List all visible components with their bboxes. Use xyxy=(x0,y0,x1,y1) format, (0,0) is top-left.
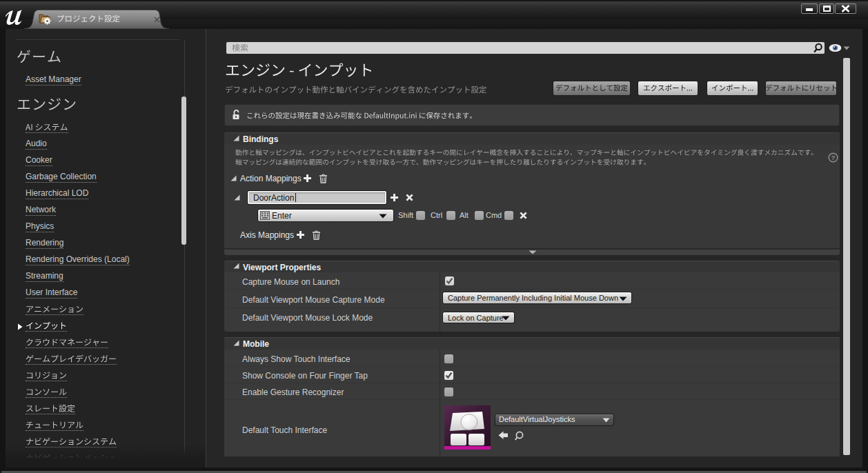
svg-text:?: ? xyxy=(831,154,836,161)
